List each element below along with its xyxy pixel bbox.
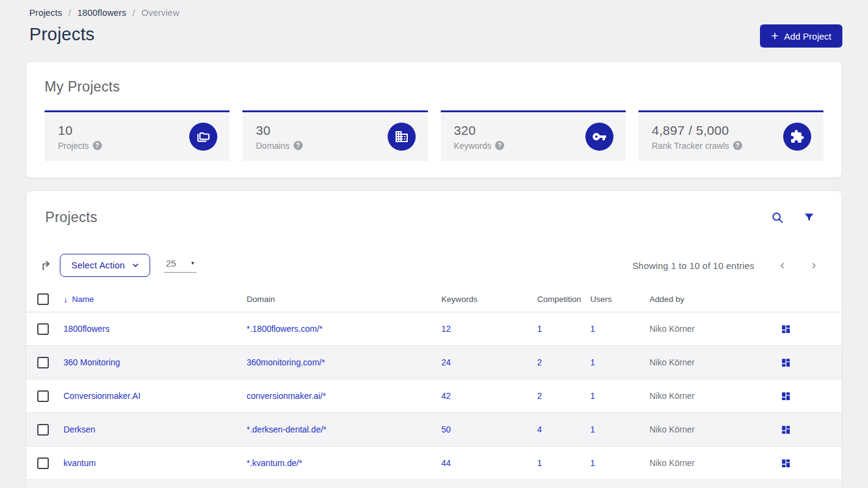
table-row: kvantum *.kvantum.de/* 44 1 1 Niko Körne… [26, 447, 842, 480]
table-header-row: ↓ Name Domain Keywords Competition Users… [26, 287, 842, 312]
users-count[interactable]: 1 [590, 458, 649, 468]
add-project-button[interactable]: + Add Project [760, 24, 842, 48]
table-row: Derksen *.derksen-dental.de/* 50 4 1 Nik… [26, 413, 842, 447]
breadcrumb-project-name[interactable]: 1800flowers [78, 8, 126, 18]
select-all-checkbox[interactable] [37, 293, 49, 305]
project-name-link[interactable]: 1800flowers [63, 324, 247, 334]
stat-rank-tracker-label: Rank Tracker crawls [652, 141, 729, 151]
page-size-value: 25 [166, 258, 176, 268]
projects-table: ↓ Name Domain Keywords Competition Users… [26, 287, 842, 488]
project-domain-link[interactable]: *.derksen-dental.de/* [247, 425, 441, 434]
breadcrumb-current-page: Overview [142, 8, 179, 18]
folders-icon [189, 123, 217, 151]
dashboard-icon[interactable] [781, 458, 842, 468]
stats-row: 10 Projects ? 30 Domains ? [45, 110, 823, 161]
users-count[interactable]: 1 [590, 357, 649, 367]
table-row: 1800flowers *.1800flowers.com/* 12 1 1 N… [26, 312, 842, 346]
filter-icon[interactable] [803, 212, 815, 223]
dashboard-icon[interactable] [781, 425, 842, 435]
added-by-value: Niko Körner [649, 458, 771, 468]
table-row: 360 Monitoring 360monitoring.com/* 24 2 … [26, 346, 842, 379]
plus-icon: + [771, 29, 778, 42]
help-icon[interactable]: ? [495, 141, 504, 150]
stat-rank-tracker: 4,897 / 5,000 Rank Tracker crawls ? [638, 110, 823, 161]
users-count[interactable]: 1 [590, 425, 649, 434]
project-name-link[interactable]: kvantum [63, 458, 247, 468]
keywords-count[interactable]: 44 [441, 458, 537, 468]
row-checkbox[interactable] [37, 323, 49, 335]
building-icon [388, 123, 416, 151]
stat-keywords: 320 Keywords ? [441, 110, 626, 161]
help-icon[interactable]: ? [93, 141, 102, 150]
stat-rank-tracker-value: 4,897 / 5,000 [652, 123, 742, 138]
stat-projects-value: 10 [58, 123, 102, 138]
breadcrumb-separator: / [68, 8, 71, 18]
keywords-count[interactable]: 24 [441, 357, 537, 367]
prev-page-icon[interactable] [778, 261, 787, 270]
puzzle-icon [783, 123, 811, 151]
next-page-icon[interactable] [809, 261, 819, 270]
dashboard-icon[interactable] [781, 391, 842, 401]
competition-count[interactable]: 4 [537, 425, 590, 434]
row-checkbox[interactable] [37, 390, 49, 402]
column-header-added-by[interactable]: Added by [649, 295, 771, 304]
breadcrumb-separator: / [132, 8, 135, 18]
page-title: Projects [29, 24, 95, 45]
project-domain-link[interactable]: *.kvantum.de/* [247, 458, 441, 468]
project-name-link[interactable]: Conversionmaker.AI [63, 391, 247, 401]
table-row: Conversionmaker.AI conversionmaker.ai/* … [26, 379, 842, 413]
projects-table-card: Projects Select Action 25 [26, 190, 842, 488]
added-by-value: Niko Körner [649, 391, 771, 401]
competition-count[interactable]: 2 [537, 391, 590, 401]
column-header-users[interactable]: Users [590, 295, 649, 304]
competition-count[interactable]: 2 [537, 357, 590, 367]
row-checkbox[interactable] [37, 458, 49, 469]
project-name-link[interactable]: Derksen [63, 425, 247, 434]
project-domain-link[interactable]: *.1800flowers.com/* [247, 324, 441, 334]
column-header-keywords[interactable]: Keywords [441, 295, 537, 304]
users-count[interactable]: 1 [590, 391, 649, 401]
select-action-dropdown[interactable]: Select Action [60, 254, 150, 277]
project-domain-link[interactable]: conversionmaker.ai/* [247, 391, 441, 401]
dashboard-icon[interactable] [781, 324, 842, 334]
stat-domains-label: Domains [256, 141, 289, 151]
select-action-label: Select Action [71, 260, 125, 270]
stat-keywords-label: Keywords [454, 141, 491, 151]
competition-count[interactable]: 1 [537, 324, 590, 334]
added-by-value: Niko Körner [649, 425, 771, 434]
table-row-partial [26, 480, 842, 488]
help-icon[interactable]: ? [733, 141, 742, 150]
added-by-value: Niko Körner [649, 357, 771, 367]
my-projects-title: My Projects [45, 79, 823, 95]
export-arrow-icon[interactable] [40, 259, 54, 273]
add-project-label: Add Project [784, 31, 831, 41]
projects-table-title: Projects [45, 209, 97, 226]
column-header-competition[interactable]: Competition [537, 295, 590, 304]
column-header-name[interactable]: ↓ Name [63, 295, 247, 304]
breadcrumb-projects[interactable]: Projects [29, 8, 62, 18]
users-count[interactable]: 1 [590, 324, 649, 334]
stat-keywords-value: 320 [454, 123, 504, 138]
my-projects-card: My Projects 10 Projects ? 30 Dom [26, 61, 842, 178]
added-by-value: Niko Körner [649, 324, 771, 334]
key-icon [585, 123, 613, 151]
keywords-count[interactable]: 42 [441, 391, 537, 401]
help-icon[interactable]: ? [294, 141, 303, 150]
keywords-count[interactable]: 12 [441, 324, 537, 334]
project-name-link[interactable]: 360 Monitoring [63, 357, 247, 367]
chevron-down-icon [131, 261, 140, 270]
column-header-domain[interactable]: Domain [247, 295, 441, 304]
search-icon[interactable] [771, 211, 784, 224]
keywords-count[interactable]: 50 [441, 425, 537, 434]
row-checkbox[interactable] [37, 357, 49, 368]
table-body: 1800flowers *.1800flowers.com/* 12 1 1 N… [26, 312, 842, 480]
sort-descending-icon: ↓ [63, 295, 68, 304]
stat-domains: 30 Domains ? [242, 110, 427, 161]
pagination-summary: Showing 1 to 10 of 10 entries [632, 260, 754, 271]
row-checkbox[interactable] [37, 424, 49, 436]
project-domain-link[interactable]: 360monitoring.com/* [247, 357, 441, 367]
page-size-select[interactable]: 25 ▼ [164, 258, 197, 273]
stat-projects-label: Projects [58, 141, 89, 151]
dashboard-icon[interactable] [781, 357, 842, 368]
competition-count[interactable]: 1 [537, 458, 590, 468]
